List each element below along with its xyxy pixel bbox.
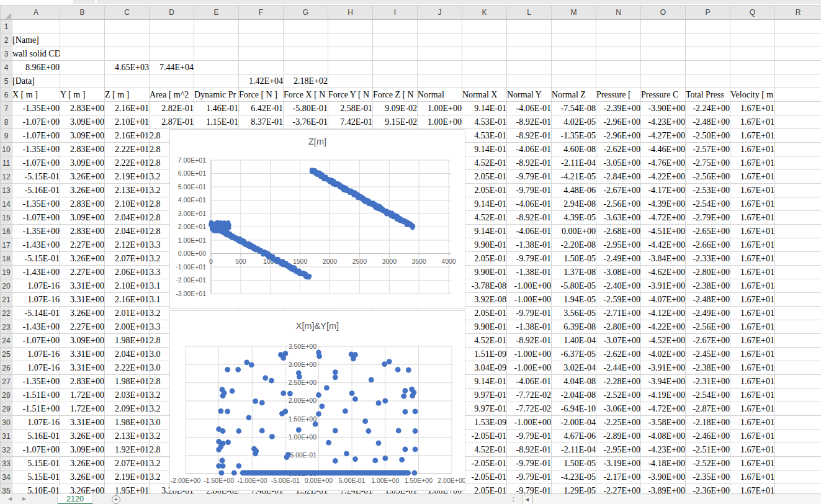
cell-K9[interactable]: 4.53E-01 bbox=[462, 129, 507, 143]
cell-K13[interactable]: 2.05E-01 bbox=[462, 184, 507, 197]
row-header-10[interactable]: 10 bbox=[1, 143, 12, 156]
cell-N17[interactable]: -2.95E+00 bbox=[596, 238, 641, 252]
cell-R2[interactable] bbox=[775, 34, 821, 47]
cell-C2[interactable] bbox=[105, 34, 150, 47]
cell-B16[interactable]: 2.83E+00 bbox=[60, 225, 105, 238]
cell-D8[interactable]: 2.87E-01 bbox=[150, 115, 194, 129]
row-header-26[interactable]: 26 bbox=[1, 361, 12, 375]
row-header-13[interactable]: 13 bbox=[1, 184, 12, 197]
cell-Q4[interactable] bbox=[730, 61, 775, 74]
cell-Q16[interactable]: 1.67E+01 bbox=[730, 225, 775, 238]
cell-O34[interactable]: -3.90E+00 bbox=[641, 470, 686, 484]
cell-M28[interactable]: -2.04E-08 bbox=[552, 389, 596, 402]
cell-M5[interactable] bbox=[552, 74, 596, 88]
cell-C30[interactable]: 1.98E+01 bbox=[105, 416, 150, 430]
cell-K23[interactable]: 9.90E-01 bbox=[462, 320, 507, 334]
column-header-I[interactable]: I bbox=[373, 6, 418, 20]
cell-K14[interactable]: 9.14E-01 bbox=[462, 197, 507, 211]
row-header-20[interactable]: 20 bbox=[1, 279, 12, 293]
cell-N29[interactable]: -3.06E+00 bbox=[596, 402, 641, 416]
cell-M35[interactable]: 1.29E-05 bbox=[552, 484, 596, 494]
cell-O7[interactable]: -3.90E+00 bbox=[641, 102, 686, 115]
cell-P7[interactable]: -2.24E+00 bbox=[686, 102, 730, 115]
cell-K10[interactable]: 9.14E-01 bbox=[462, 143, 507, 156]
cell-N22[interactable]: -2.71E+00 bbox=[596, 307, 641, 320]
cell-N33[interactable]: -3.19E+00 bbox=[596, 457, 641, 470]
cell-M17[interactable]: -2.20E-08 bbox=[552, 238, 596, 252]
cell-O12[interactable]: -4.22E+00 bbox=[641, 170, 686, 184]
cell-L20[interactable]: -1.00E+00 bbox=[507, 279, 552, 293]
cell-G1[interactable] bbox=[284, 20, 328, 34]
cell-K35[interactable]: 2.05E-01 bbox=[462, 484, 507, 494]
column-header-C[interactable]: C bbox=[105, 6, 150, 20]
cell-P9[interactable]: -2.50E+00 bbox=[686, 129, 730, 143]
cell-O8[interactable]: -4.23E+00 bbox=[641, 115, 686, 129]
cell-O10[interactable]: -4.46E+00 bbox=[641, 143, 686, 156]
cell-M33[interactable]: 1.50E-05 bbox=[552, 457, 596, 470]
cell-M30[interactable]: -2.00E-04 bbox=[552, 416, 596, 430]
cell-O9[interactable]: -4.27E+00 bbox=[641, 129, 686, 143]
cell-I2[interactable] bbox=[373, 34, 418, 47]
sheet-tab-2120[interactable]: 2120 bbox=[57, 494, 93, 504]
cell-B21[interactable]: 3.31E+00 bbox=[60, 293, 105, 307]
cell-A5[interactable]: [Data] bbox=[12, 74, 60, 88]
column-header-H[interactable]: H bbox=[328, 6, 373, 20]
row-header-27[interactable]: 27 bbox=[1, 375, 12, 389]
cell-A4[interactable]: 8.96E+00 bbox=[12, 61, 60, 74]
cell-C20[interactable]: 2.10E+01 bbox=[105, 279, 150, 293]
cell-K7[interactable]: 9.14E-01 bbox=[462, 102, 507, 115]
row-header-3[interactable]: 3 bbox=[1, 47, 12, 61]
cell-K26[interactable]: 3.04E-09 bbox=[462, 361, 507, 375]
cell-P3[interactable] bbox=[686, 47, 730, 61]
cell-Q24[interactable]: 1.67E+01 bbox=[730, 334, 775, 348]
cell-N16[interactable]: -2.68E+00 bbox=[596, 225, 641, 238]
row-header-35[interactable]: 35 bbox=[1, 484, 12, 494]
cell-A11[interactable]: -1.07E+00 bbox=[12, 156, 60, 170]
cell-K19[interactable]: 9.90E-01 bbox=[462, 266, 507, 279]
cell-C4[interactable]: 4.65E+03 bbox=[105, 61, 150, 74]
cell-O3[interactable] bbox=[641, 47, 686, 61]
column-header-F[interactable]: F bbox=[239, 6, 284, 20]
cell-R21[interactable] bbox=[775, 293, 821, 307]
cell-Q9[interactable]: 1.67E+01 bbox=[730, 129, 775, 143]
cell-H8[interactable]: 7.42E-01 bbox=[328, 115, 373, 129]
cell-N34[interactable]: -2.17E+00 bbox=[596, 470, 641, 484]
row-header-21[interactable]: 21 bbox=[1, 293, 12, 307]
cell-N4[interactable] bbox=[596, 61, 641, 74]
cell-O27[interactable]: -3.94E+00 bbox=[641, 375, 686, 389]
cell-N26[interactable]: -2.44E+00 bbox=[596, 361, 641, 375]
cell-B20[interactable]: 3.31E+00 bbox=[60, 279, 105, 293]
cell-J3[interactable] bbox=[418, 47, 462, 61]
cell-L14[interactable]: -4.06E-01 bbox=[507, 197, 552, 211]
cell-A18[interactable]: -5.15E-01 bbox=[12, 252, 60, 266]
cell-Q30[interactable]: 1.67E+01 bbox=[730, 416, 775, 430]
cell-E1[interactable] bbox=[194, 20, 239, 34]
cell-A34[interactable]: 5.15E-01 bbox=[12, 470, 60, 484]
cell-P16[interactable]: -2.65E+00 bbox=[686, 225, 730, 238]
cell-C24[interactable]: 1.98E+01 bbox=[105, 334, 150, 348]
cell-P23[interactable]: -2.56E+00 bbox=[686, 320, 730, 334]
cell-K24[interactable]: 4.52E-01 bbox=[462, 334, 507, 348]
cell-D3[interactable] bbox=[150, 47, 194, 61]
cell-L17[interactable]: -1.38E-01 bbox=[507, 238, 552, 252]
cell-Q8[interactable]: 1.67E+01 bbox=[730, 115, 775, 129]
cell-R14[interactable] bbox=[775, 197, 821, 211]
cell-Q33[interactable]: 1.67E+01 bbox=[730, 457, 775, 470]
column-header-E[interactable]: E bbox=[194, 6, 239, 20]
cell-B31[interactable]: 3.26E+00 bbox=[60, 430, 105, 443]
cell-N12[interactable]: -2.84E+00 bbox=[596, 170, 641, 184]
cell-D5[interactable] bbox=[150, 74, 194, 88]
cell-L7[interactable]: -4.06E-01 bbox=[507, 102, 552, 115]
cell-G5[interactable]: 2.18E+02 bbox=[284, 74, 328, 88]
cell-A16[interactable]: -1.35E+00 bbox=[12, 225, 60, 238]
row-header-19[interactable]: 19 bbox=[1, 266, 12, 279]
cell-A32[interactable]: -1.07E+00 bbox=[12, 443, 60, 457]
cell-Q5[interactable] bbox=[730, 74, 775, 88]
cell-K8[interactable]: 4.53E-01 bbox=[462, 115, 507, 129]
cell-L23[interactable]: -1.38E-01 bbox=[507, 320, 552, 334]
cell-C25[interactable]: 2.04E+01 bbox=[105, 348, 150, 361]
cell-B17[interactable]: 2.27E+00 bbox=[60, 238, 105, 252]
row-header-29[interactable]: 29 bbox=[1, 402, 12, 416]
cell-K15[interactable]: 4.52E-01 bbox=[462, 211, 507, 225]
chart-xy[interactable]: X[m]&Y[m] 0.00E+005.00E-011.00E+001.50E+… bbox=[169, 310, 465, 491]
